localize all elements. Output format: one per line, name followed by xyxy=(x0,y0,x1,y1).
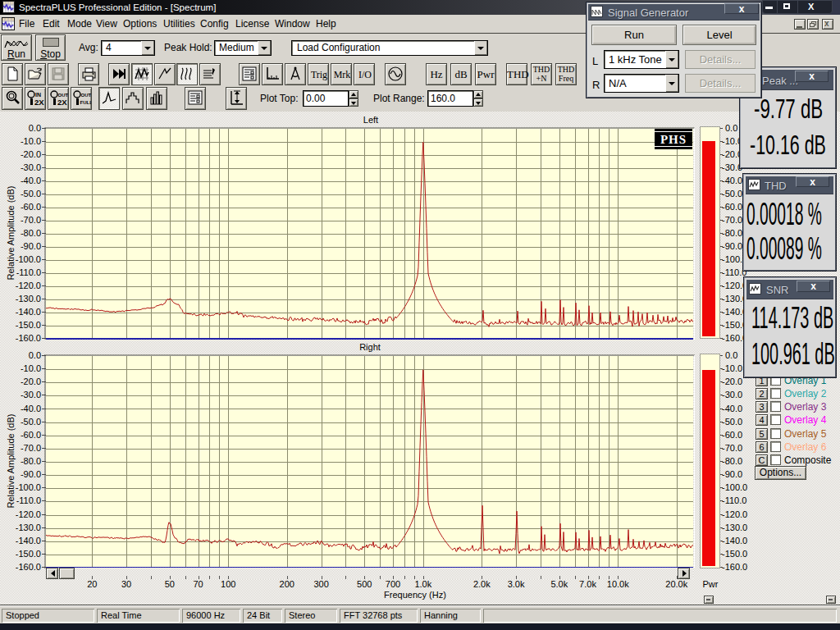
svg-text:OUT: OUT xyxy=(58,93,69,98)
svg-text:IN: IN xyxy=(35,92,41,98)
svg-text:2X: 2X xyxy=(57,98,67,107)
svg-text:FULL: FULL xyxy=(80,100,92,105)
svg-text:2X: 2X xyxy=(34,98,44,107)
svg-text:OUT: OUT xyxy=(81,93,92,98)
